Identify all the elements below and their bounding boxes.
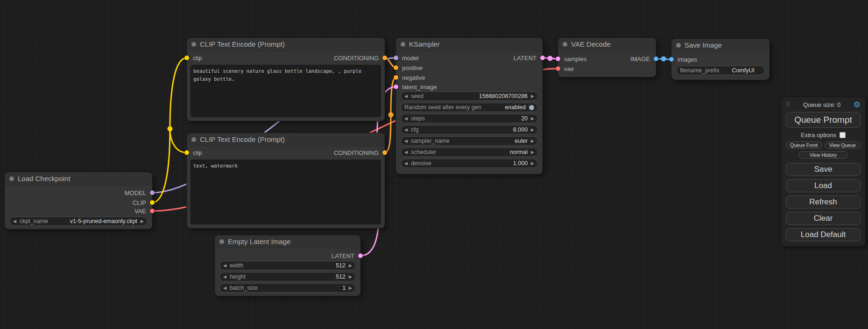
widget-batch-size[interactable]: ◀ batch_size 1 ▶ [219, 283, 356, 293]
widget-scheduler[interactable]: ◀ scheduler normal ▶ [401, 147, 538, 157]
node-title-bar[interactable]: CLIP Text Encode (Prompt) [187, 38, 385, 51]
node-load-checkpoint[interactable]: Load Checkpoint MODEL CLIP VAE ◀ ckpt_na… [5, 172, 152, 229]
link-dot-conditioning[interactable] [388, 112, 394, 118]
input-dot-clip[interactable] [184, 56, 189, 60]
graph-canvas[interactable]: Load Checkpoint MODEL CLIP VAE ◀ ckpt_na… [0, 0, 868, 329]
widget-sampler-name[interactable]: ◀ sampler_name euler ▶ [401, 136, 538, 146]
node-clip-text-encode-positive[interactable]: CLIP Text Encode (Prompt) clip CONDITION… [187, 38, 385, 121]
link-dot-image[interactable] [661, 56, 666, 62]
prev-arrow-icon[interactable]: ◀ [404, 139, 408, 143]
negative-prompt-textarea[interactable]: text, watermark [191, 160, 381, 224]
toggle-on-dot-icon[interactable] [529, 105, 534, 110]
collapse-dot-icon[interactable] [563, 42, 567, 47]
collapse-dot-icon[interactable] [191, 137, 196, 142]
decrement-arrow-icon[interactable]: ◀ [223, 264, 226, 268]
increment-arrow-icon[interactable]: ▶ [531, 117, 534, 121]
input-dot-images[interactable] [669, 57, 674, 62]
decrement-arrow-icon[interactable]: ◀ [404, 161, 408, 166]
increment-arrow-icon[interactable]: ▶ [531, 161, 534, 166]
decrement-arrow-icon[interactable]: ◀ [404, 94, 408, 98]
slot-label: CONDITIONING [334, 55, 379, 62]
increment-arrow-icon[interactable]: ▶ [349, 286, 352, 290]
positive-prompt-textarea[interactable]: beautiful scenery nature glass bottle la… [191, 65, 381, 117]
output-slot-image: IMAGE [630, 54, 656, 63]
next-arrow-icon[interactable]: ▶ [141, 219, 144, 224]
widget-denoise[interactable]: ◀ denoise 1.000 ▶ [401, 159, 538, 168]
node-clip-text-encode-negative[interactable]: CLIP Text Encode (Prompt) clip CONDITION… [187, 133, 385, 228]
input-slot-vae: vae [558, 64, 574, 73]
widget-name: width [230, 262, 332, 269]
output-dot-clip[interactable] [150, 200, 155, 205]
save-button[interactable]: Save [786, 163, 861, 176]
widget-ckpt-name[interactable]: ◀ ckpt_name v1-5-pruned-emaonly.ckpt ▶ [9, 217, 148, 226]
increment-arrow-icon[interactable]: ▶ [531, 128, 534, 132]
widget-value: euler [515, 138, 528, 144]
prev-arrow-icon[interactable]: ◀ [13, 219, 16, 224]
node-title-bar[interactable]: KSampler [396, 38, 543, 51]
node-empty-latent-image[interactable]: Empty Latent Image LATENT ◀ width 512 ▶ … [215, 235, 360, 296]
view-history-button[interactable]: View History [798, 151, 848, 159]
output-dot-vae[interactable] [150, 209, 155, 213]
input-dot-samples[interactable] [556, 56, 560, 61]
refresh-button[interactable]: Refresh [786, 196, 861, 209]
decrement-arrow-icon[interactable]: ◀ [404, 117, 408, 121]
decrement-arrow-icon[interactable]: ◀ [223, 286, 226, 290]
next-arrow-icon[interactable]: ▶ [531, 139, 534, 143]
queue-prompt-button[interactable]: Queue Prompt [786, 112, 861, 128]
input-dot-clip[interactable] [184, 150, 189, 155]
output-dot-image[interactable] [654, 56, 658, 61]
next-arrow-icon[interactable]: ▶ [531, 150, 534, 154]
input-dot-vae[interactable] [556, 66, 560, 71]
node-ksampler[interactable]: KSampler model positive negative latent_… [396, 38, 543, 174]
collapse-dot-icon[interactable] [676, 43, 681, 48]
widget-seed[interactable]: ◀ seed 156680208700286 ▶ [401, 91, 538, 101]
clear-button[interactable]: Clear [786, 212, 861, 225]
widget-width[interactable]: ◀ width 512 ▶ [219, 261, 356, 270]
load-button[interactable]: Load [786, 179, 861, 192]
node-title: VAE Decode [571, 40, 611, 48]
widget-cfg[interactable]: ◀ cfg 8.000 ▶ [401, 125, 538, 134]
decrement-arrow-icon[interactable]: ◀ [223, 275, 226, 279]
output-dot-model[interactable] [150, 190, 155, 195]
output-dot-conditioning[interactable] [382, 56, 387, 60]
collapse-dot-icon[interactable] [219, 239, 224, 244]
input-dot-positive[interactable] [394, 65, 398, 70]
input-dot-latent-image[interactable] [394, 84, 398, 89]
collapse-dot-icon[interactable] [191, 42, 196, 47]
node-save-image[interactable]: Save Image images filename_prefix ComfyU… [671, 39, 769, 80]
widget-random-seed-toggle[interactable]: Random seed after every gen enabled [401, 103, 538, 112]
node-title-bar[interactable]: Empty Latent Image [215, 235, 360, 248]
collapse-dot-icon[interactable] [401, 42, 405, 47]
node-title-bar[interactable]: Save Image [671, 39, 769, 52]
widget-steps[interactable]: ◀ steps 20 ▶ [401, 114, 538, 123]
drag-handle-icon[interactable]: ⠿ [786, 101, 790, 108]
node-vae-decode[interactable]: VAE Decode samples IMAGE vae [558, 38, 656, 77]
extra-options-checkbox[interactable] [840, 132, 846, 138]
input-dot-model[interactable] [394, 56, 398, 60]
node-title-bar[interactable]: VAE Decode [558, 38, 656, 51]
increment-arrow-icon[interactable]: ▶ [531, 94, 534, 98]
increment-arrow-icon[interactable]: ▶ [349, 264, 352, 268]
prev-arrow-icon[interactable]: ◀ [404, 150, 408, 154]
widget-name: batch_size [230, 285, 339, 291]
output-dot-conditioning[interactable] [382, 150, 387, 155]
widget-filename-prefix[interactable]: filename_prefix ComfyUI [676, 66, 765, 75]
widget-height[interactable]: ◀ height 512 ▶ [219, 272, 356, 281]
output-dot-latent[interactable] [358, 253, 363, 258]
link-dot-clip[interactable] [168, 126, 173, 132]
node-title: CLIP Text Encode (Prompt) [200, 40, 285, 48]
settings-gear-icon[interactable]: ⚙ [854, 101, 861, 109]
node-title-bar[interactable]: CLIP Text Encode (Prompt) [187, 133, 385, 146]
load-default-button[interactable]: Load Default [786, 228, 861, 241]
increment-arrow-icon[interactable]: ▶ [349, 275, 352, 279]
collapse-dot-icon[interactable] [9, 176, 14, 181]
link-dot-latent[interactable] [548, 56, 553, 61]
view-queue-button[interactable]: View Queue [825, 141, 861, 149]
decrement-arrow-icon[interactable]: ◀ [404, 128, 408, 132]
queue-front-button[interactable]: Queue Front [786, 141, 822, 149]
node-title-bar[interactable]: Load Checkpoint [5, 172, 152, 185]
output-dot-latent[interactable] [540, 56, 545, 60]
input-dot-negative[interactable] [394, 75, 398, 80]
input-slot-positive: positive [396, 63, 423, 72]
wire-clip-to-positive [170, 58, 187, 129]
